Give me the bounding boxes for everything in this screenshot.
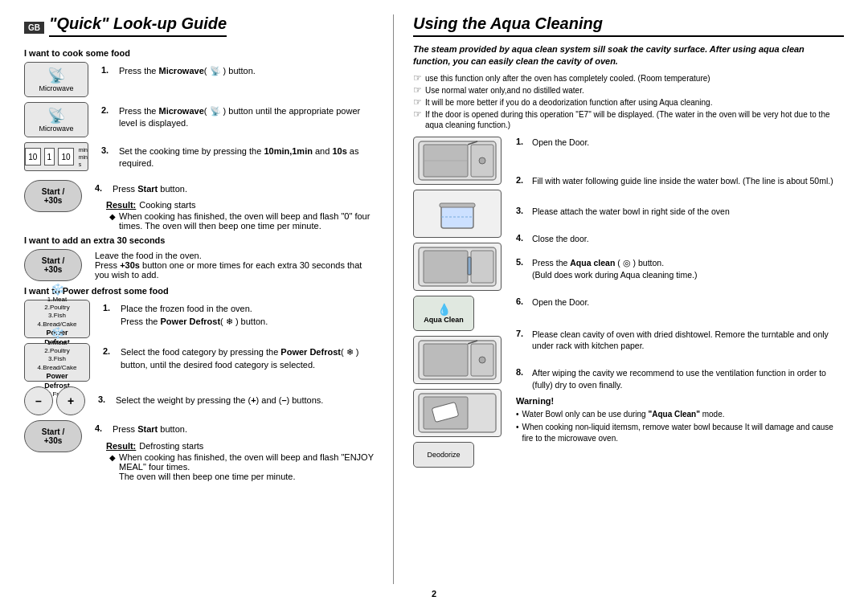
step-num: 4. xyxy=(95,423,106,433)
right-step-text-7: Please clean cavity of oven with dried d… xyxy=(532,329,844,351)
right-step-text-2: Fill with water following guide line ins… xyxy=(532,175,844,186)
water-bowl-img xyxy=(413,190,502,238)
step-num: 1. xyxy=(101,65,113,75)
svg-rect-12 xyxy=(468,257,471,275)
step-num: 3. xyxy=(101,145,113,155)
intro-text: The steam provided by aqua clean system … xyxy=(413,43,844,68)
right-column: Using the Aqua Cleaning The steam provid… xyxy=(410,14,844,584)
start-button-img: Start / +30s xyxy=(24,180,82,212)
notes-section: ☞ use this function only after the oven … xyxy=(413,73,844,130)
svg-rect-11 xyxy=(471,251,493,283)
page-number: 2 xyxy=(24,589,844,599)
aqua-clean-button-img: 💧 Aqua Clean xyxy=(413,296,474,331)
svg-rect-8 xyxy=(440,203,475,207)
start-button-img-3: Start / +30s xyxy=(24,420,82,452)
right-step-text-3: Please attach the water bowl in right si… xyxy=(532,206,844,217)
note-text-4: If the door is opened during this operat… xyxy=(425,109,844,130)
result-text: Defrosting starts xyxy=(139,441,203,451)
step-text: Press Start button. xyxy=(113,423,379,435)
svg-point-3 xyxy=(479,157,485,164)
note-arrow-icon-4: ☞ xyxy=(413,108,422,120)
warning-box: Warning! • Water Bowl only can be use du… xyxy=(516,395,844,444)
right-steps-text-col: 1. Open the Door. 2. Fill with water fol… xyxy=(516,137,844,468)
note-arrow-icon-2: ☞ xyxy=(413,84,422,96)
note-text-2: Use normal water only,and no distilled w… xyxy=(425,85,584,96)
warning-title: Warning! xyxy=(516,395,844,407)
deodorize-button-img: Deodorize xyxy=(413,442,474,468)
result-text: Cooking starts xyxy=(139,200,195,210)
warning-text-1: Water Bowl only can be use during "Aqua … xyxy=(522,409,725,420)
right-step-num-1: 1. xyxy=(516,137,527,146)
timer-button-img: 10 1 10 minmins xyxy=(24,142,88,171)
oven-open-img xyxy=(413,137,502,185)
warning-bullet-1: • xyxy=(516,409,519,420)
cleaning-img xyxy=(413,389,502,437)
note-arrow-icon-3: ☞ xyxy=(413,96,422,108)
step-text: Set the cooking time by pressing the 10m… xyxy=(119,145,379,170)
right-step-num-8: 8. xyxy=(516,367,527,377)
bullet-text: When cooking has finished, the oven will… xyxy=(119,452,379,481)
bullet-text: When cooking has finished, the oven will… xyxy=(119,211,379,231)
oven-open-img-2 xyxy=(413,336,502,384)
section3-title: I want to Power defrost some food xyxy=(24,286,379,296)
step-text: Press the Microwave( 📡 ) button. xyxy=(119,65,379,77)
right-step-text-4: Close the door. xyxy=(532,233,844,244)
step-text: Press the Microwave( 📡 ) button until th… xyxy=(119,105,379,130)
step-num: 2. xyxy=(103,346,114,356)
plus-button: + xyxy=(56,386,85,415)
microwave-button-img-2: 📡 Microwave xyxy=(24,102,88,137)
right-step-num-5: 5. xyxy=(516,257,527,267)
left-title: "Quick" Look-up Guide xyxy=(49,14,227,37)
gb-label: GB xyxy=(24,22,44,34)
bullet-diamond-icon: ◆ xyxy=(109,453,116,462)
left-column: GB "Quick" Look-up Guide I want to cook … xyxy=(24,14,394,584)
right-title: Using the Aqua Cleaning xyxy=(413,14,844,37)
svg-rect-14 xyxy=(424,344,468,376)
result-label: Result: xyxy=(106,441,136,451)
section2-text1: Leave the food in the oven. xyxy=(95,251,379,260)
warning-text-2: When cooking non-liquid itemsm, remove w… xyxy=(522,422,844,444)
start-button-img-2: Start / +30s xyxy=(24,249,82,281)
right-step-num-4: 4. xyxy=(516,233,527,243)
microwave-button-img-1: 📡 Microwave xyxy=(24,62,88,97)
warning-bullet-2: • xyxy=(516,422,519,444)
result-label: Result: xyxy=(106,200,136,210)
section2-text2: Press +30s button one or more times for … xyxy=(95,260,379,280)
step-num: 2. xyxy=(101,105,113,115)
step-text: Place the frozen food in the oven.Press … xyxy=(121,303,379,328)
minus-button: – xyxy=(24,386,53,415)
power-defrost-btn-2: ❄️ 1.Meat2.Poultry3.Fish4.Bread/Cake Pow… xyxy=(24,343,90,382)
note-text-3: It will be more better if you do a deodo… xyxy=(425,97,712,108)
svg-point-16 xyxy=(479,357,485,363)
right-step-num-2: 2. xyxy=(516,175,527,185)
right-step-text-1: Open the Door. xyxy=(532,137,844,148)
right-images-col: 💧 Aqua Clean xyxy=(413,137,510,468)
section2-title: I want to add an extra 30 seconds xyxy=(24,235,379,245)
right-step-text-6: Open the Door. xyxy=(532,296,844,308)
step-num: 4. xyxy=(95,183,106,193)
right-step-text-8: After wiping the cavity we recommend to … xyxy=(532,367,844,390)
bullet-diamond-icon: ◆ xyxy=(109,212,116,221)
step-num: 1. xyxy=(103,303,114,313)
step-text: Press Start button. xyxy=(113,183,379,195)
page: GB "Quick" Look-up Guide I want to cook … xyxy=(0,0,868,613)
step-text: Select the weight by pressing the (+) an… xyxy=(116,394,379,407)
right-step-num-7: 7. xyxy=(516,329,527,338)
step-text: Select the food category by pressing the… xyxy=(121,346,379,371)
right-step-num-3: 3. xyxy=(516,206,527,215)
right-step-num-6: 6. xyxy=(516,296,527,306)
note-text-1: use this function only after the oven ha… xyxy=(425,73,710,84)
attach-bowl-img xyxy=(413,243,502,291)
section1-title: I want to cook some food xyxy=(24,48,379,58)
step-num: 3. xyxy=(98,394,109,404)
svg-rect-10 xyxy=(424,251,468,283)
right-step-text-5: Press the Aqua clean ( ◎ ) button.(Buld … xyxy=(532,257,844,280)
note-arrow-icon-1: ☞ xyxy=(413,72,422,84)
